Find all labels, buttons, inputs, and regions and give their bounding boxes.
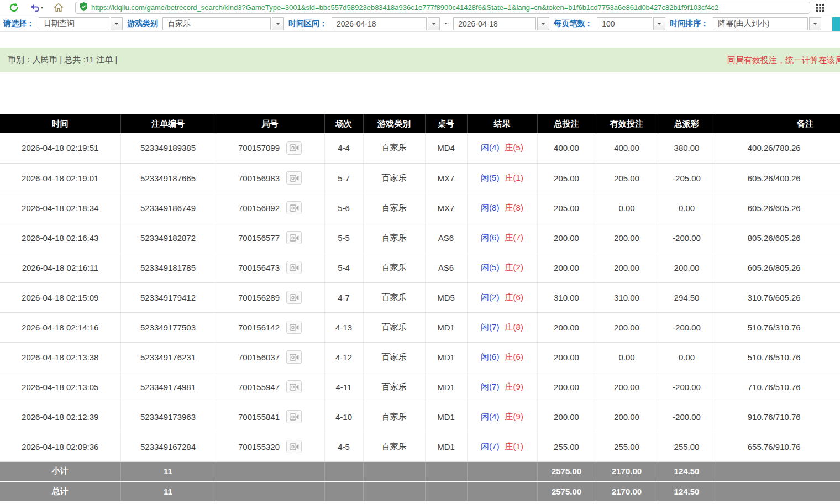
page-size-select[interactable] xyxy=(597,17,665,30)
total-total-bet: 2575.00 xyxy=(537,481,596,501)
table-code: MX7 xyxy=(425,193,467,223)
empty-cell xyxy=(363,481,425,501)
result-player: 闲(2) xyxy=(481,292,499,302)
date-to-input[interactable] xyxy=(453,17,536,30)
total-row: 总计 11 2575.00 2170.00 124.50 xyxy=(0,481,840,501)
note-value: 605.26/605.26 xyxy=(716,193,840,223)
bet-time: 2026-04-18 02:13:38 xyxy=(0,342,120,372)
session: 4-10 xyxy=(324,402,363,432)
chevron-down-icon[interactable] xyxy=(272,17,284,30)
video-replay-button[interactable] xyxy=(286,261,302,274)
table-code: AS6 xyxy=(425,253,467,282)
search-button[interactable]: 查询 xyxy=(832,17,840,31)
security-shield-icon xyxy=(80,2,87,13)
bet-id: 523349174981 xyxy=(120,372,216,402)
session: 5-6 xyxy=(324,193,363,223)
result-cell: 闲(7) 庄(8) xyxy=(467,312,537,342)
empty-cell xyxy=(467,481,537,501)
time-range-label: 时间区间： xyxy=(288,19,327,29)
result-banker: 庄(2) xyxy=(505,262,523,272)
table-row: 2026-04-18 02:16:43 523349182872 7001565… xyxy=(0,223,840,253)
header-game-type: 游戏类别 xyxy=(363,114,425,133)
table-footer: 小计 11 2575.00 2170.00 124.50 总计 11 xyxy=(0,461,840,501)
sort-select[interactable] xyxy=(713,17,821,30)
total-bet-value: 200.00 xyxy=(537,372,596,402)
video-replay-button[interactable] xyxy=(286,201,302,214)
video-replay-button[interactable] xyxy=(286,410,302,423)
video-replay-button[interactable] xyxy=(286,321,302,334)
home-icon[interactable] xyxy=(52,1,65,14)
table-row: 2026-04-18 02:16:11 523349181785 7001564… xyxy=(0,253,840,282)
chevron-down-icon[interactable] xyxy=(653,17,665,30)
video-replay-button[interactable] xyxy=(286,141,302,155)
table-code: MD1 xyxy=(425,402,467,432)
session: 4-4 xyxy=(324,133,363,163)
query-type-input[interactable] xyxy=(39,17,109,30)
query-type-select[interactable] xyxy=(39,17,123,30)
video-replay-button[interactable] xyxy=(286,291,302,304)
chevron-down-icon[interactable] xyxy=(537,17,549,30)
bet-time: 2026-04-18 02:12:39 xyxy=(0,402,120,432)
address-bar[interactable]: https://kiqiiu.com/game/betrecord_search… xyxy=(75,2,810,14)
result-player: 闲(5) xyxy=(481,262,499,272)
empty-cell xyxy=(216,461,324,481)
url-text: https://kiqiiu.com/game/betrecord_search… xyxy=(91,3,718,12)
date-from-input[interactable] xyxy=(332,17,427,30)
bet-time: 2026-04-18 02:18:34 xyxy=(0,193,120,223)
header-result: 结果 xyxy=(467,114,537,133)
chevron-down-icon[interactable] xyxy=(428,17,440,30)
sort-input[interactable] xyxy=(713,17,808,30)
note-value: 605.26/805.26 xyxy=(716,253,840,282)
header-round-id: 局号 xyxy=(216,114,324,133)
video-replay-button[interactable] xyxy=(286,440,302,453)
table-code: MD1 xyxy=(425,432,467,461)
round-cell: 700157099 xyxy=(216,133,324,163)
game-type: 百家乐 xyxy=(363,372,425,402)
chevron-down-icon[interactable] xyxy=(111,17,123,30)
date-range-tilde: ~ xyxy=(444,19,449,28)
game-type-select[interactable] xyxy=(162,17,284,30)
undo-icon[interactable] xyxy=(29,1,41,14)
undo-dropdown-caret-icon[interactable]: ▾ xyxy=(41,5,43,10)
note-value: 655.76/910.76 xyxy=(716,432,840,461)
bet-id: 523349176231 xyxy=(120,342,216,372)
reload-icon[interactable] xyxy=(7,1,21,14)
result-banker: 庄(9) xyxy=(505,382,523,391)
bet-time: 2026-04-18 02:16:11 xyxy=(0,253,120,282)
empty-cell xyxy=(216,481,324,501)
result-player: 闲(6) xyxy=(481,352,499,361)
summary-bar: 币别：人民币 | 总共 :11 注单 | 同局有效投注，统一计算在该局第 xyxy=(0,48,840,72)
video-replay-button[interactable] xyxy=(286,231,302,244)
game-type: 百家乐 xyxy=(363,402,425,432)
total-bet-value: 200.00 xyxy=(537,402,596,432)
date-from-select[interactable] xyxy=(332,17,440,30)
table-header: 时间 注单编号 局号 场次 游戏类别 桌号 结果 总投注 有效投注 总派彩 备注 xyxy=(0,114,840,133)
bet-time: 2026-04-18 02:16:43 xyxy=(0,223,120,253)
header-valid-bet: 有效投注 xyxy=(596,114,658,133)
valid-bet-value: 310.00 xyxy=(596,282,658,312)
game-type: 百家乐 xyxy=(363,193,425,223)
session: 5-4 xyxy=(324,253,363,282)
result-cell: 闲(6) 庄(6) xyxy=(467,342,537,372)
note-value: 805.26/605.26 xyxy=(716,223,840,253)
total-valid-bet: 2170.00 xyxy=(596,481,658,501)
bet-time: 2026-04-18 02:09:36 xyxy=(0,432,120,461)
table-row: 2026-04-18 02:13:05 523349174981 7001559… xyxy=(0,372,840,402)
result-cell: 闲(8) 庄(8) xyxy=(467,193,537,223)
page-size-input[interactable] xyxy=(597,17,652,30)
payout-value: 294.50 xyxy=(658,282,716,312)
video-replay-button[interactable] xyxy=(286,171,302,185)
video-replay-button[interactable] xyxy=(286,380,302,393)
bet-time: 2026-04-18 02:19:01 xyxy=(0,163,120,193)
video-replay-button[interactable] xyxy=(286,350,302,364)
result-cell: 闲(2) 庄(6) xyxy=(467,282,537,312)
grid-dots-icon[interactable] xyxy=(816,3,825,12)
result-banker: 庄(7) xyxy=(505,233,523,242)
bet-id: 523349182872 xyxy=(120,223,216,253)
chevron-down-icon[interactable] xyxy=(809,17,821,30)
date-to-select[interactable] xyxy=(453,17,549,30)
game-type-input[interactable] xyxy=(162,17,271,30)
total-bet-value: 200.00 xyxy=(537,223,596,253)
total-bet-value: 255.00 xyxy=(537,432,596,461)
round-id: 700156037 xyxy=(238,353,280,362)
